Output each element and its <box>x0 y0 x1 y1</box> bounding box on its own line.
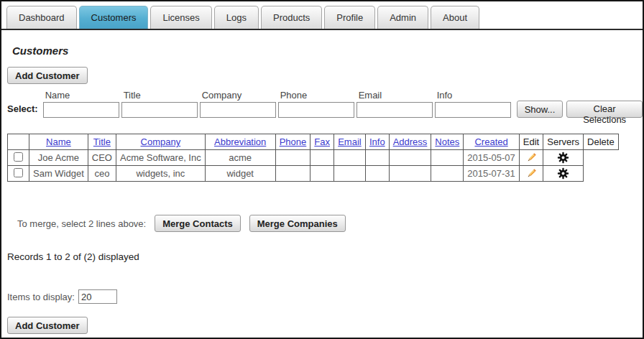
tab-products[interactable]: Products <box>261 6 322 29</box>
cell-servers <box>543 150 584 166</box>
header-company: Company <box>116 134 205 150</box>
row-checkbox-cell <box>8 166 29 182</box>
sort-phone-link[interactable]: Phone <box>280 136 307 147</box>
filter-bar: Select: Name Title Company Phone Email I… <box>7 90 643 118</box>
items-to-display-label: Items to display: <box>7 292 75 302</box>
tab-about[interactable]: About <box>431 6 479 29</box>
tab-profile[interactable]: Profile <box>324 6 375 29</box>
filter-label-company: Company <box>202 90 276 101</box>
cell-abbreviation: widget <box>205 166 275 182</box>
filter-input-email[interactable] <box>356 102 433 118</box>
tab-bar: Dashboard Customers Licenses Logs Produc… <box>1 1 643 30</box>
filter-label-info: Info <box>437 90 511 101</box>
filter-field-company: Company <box>200 90 276 118</box>
filter-label-phone: Phone <box>280 90 354 101</box>
show-button[interactable]: Show... <box>517 101 564 118</box>
app-window: Dashboard Customers Licenses Logs Produc… <box>0 0 644 339</box>
sort-email-link[interactable]: Email <box>338 136 362 147</box>
sort-title-link[interactable]: Title <box>93 136 111 147</box>
cell-phone <box>275 166 310 182</box>
table-header-row: Name Title Company Abbreviation Phone Fa… <box>8 134 619 150</box>
cell-address <box>389 166 431 182</box>
gear-icon[interactable] <box>557 167 569 180</box>
select-label: Select: <box>7 103 38 114</box>
pencil-icon[interactable] <box>525 152 538 164</box>
header-delete: Delete <box>584 134 619 150</box>
cell-abbreviation: acme <box>205 150 275 166</box>
cell-fax <box>310 166 334 182</box>
cell-address <box>389 150 431 166</box>
tab-logs[interactable]: Logs <box>214 6 259 29</box>
header-edit: Edit <box>519 134 543 150</box>
sort-fax-link[interactable]: Fax <box>314 136 330 147</box>
cell-notes <box>431 166 464 182</box>
table-row: Sam Widget ceo widgets, inc widget 2015-… <box>8 166 619 182</box>
header-fax: Fax <box>310 134 334 150</box>
filter-label-title: Title <box>124 90 198 101</box>
tab-customers[interactable]: Customers <box>79 6 149 29</box>
cell-edit <box>519 166 543 182</box>
filter-field-name: Name <box>43 90 119 118</box>
add-customer-button-bottom[interactable]: Add Customer <box>7 317 88 334</box>
sort-company-link[interactable]: Company <box>141 136 181 147</box>
filter-field-phone: Phone <box>278 90 354 118</box>
page-title: Customers <box>12 45 643 57</box>
cell-servers <box>543 166 584 182</box>
cell-delete <box>584 166 619 182</box>
row-checkbox-cell <box>8 150 29 166</box>
sort-notes-link[interactable]: Notes <box>435 136 459 147</box>
merge-section: To merge, select 2 lines above: Merge Co… <box>17 215 643 232</box>
header-address: Address <box>389 134 431 150</box>
cell-name: Sam Widget <box>29 166 88 182</box>
merge-companies-button[interactable]: Merge Companies <box>249 215 346 232</box>
items-to-display: Items to display: <box>7 289 643 304</box>
cell-email <box>334 150 365 166</box>
sort-info-link[interactable]: Info <box>369 136 385 147</box>
cell-phone <box>275 150 310 166</box>
sort-abbreviation-link[interactable]: Abbreviation <box>214 136 266 147</box>
customers-table: Name Title Company Abbreviation Phone Fa… <box>7 134 619 182</box>
cell-title: ceo <box>88 166 116 182</box>
filter-input-phone[interactable] <box>278 102 354 118</box>
header-created: Created <box>464 134 520 150</box>
cell-created: 2015-05-07 <box>464 150 520 166</box>
cell-company: widgets, inc <box>116 166 205 182</box>
tab-licenses[interactable]: Licenses <box>150 6 211 29</box>
header-notes: Notes <box>431 134 464 150</box>
cell-info <box>365 166 389 182</box>
filter-input-name[interactable] <box>43 102 119 118</box>
filter-field-title: Title <box>121 90 198 118</box>
header-title: Title <box>88 134 116 150</box>
cell-fax <box>310 150 334 166</box>
filter-input-info[interactable] <box>435 102 511 118</box>
items-to-display-input[interactable] <box>78 289 117 304</box>
header-info: Info <box>365 134 389 150</box>
cell-title: CEO <box>88 150 116 166</box>
sort-name-link[interactable]: Name <box>46 136 71 147</box>
header-email: Email <box>334 134 365 150</box>
clear-selections-button[interactable]: Clear Selections <box>566 101 643 118</box>
filter-label-name: Name <box>45 90 119 101</box>
cell-company: Acme Software, Inc <box>116 150 205 166</box>
add-customer-button-top[interactable]: Add Customer <box>7 67 88 84</box>
sort-created-link[interactable]: Created <box>474 136 507 147</box>
row-checkbox[interactable] <box>14 168 23 177</box>
cell-name: Joe Acme <box>29 150 88 166</box>
cell-delete <box>584 150 619 166</box>
filter-input-title[interactable] <box>121 102 198 118</box>
merge-contacts-button[interactable]: Merge Contacts <box>155 215 241 232</box>
sort-address-link[interactable]: Address <box>393 136 428 147</box>
records-summary: Records 1 to 2 of (2) displayed <box>7 251 643 262</box>
tab-admin[interactable]: Admin <box>377 6 428 29</box>
cell-email <box>334 166 365 182</box>
gear-icon[interactable] <box>557 152 569 164</box>
header-name: Name <box>29 134 88 150</box>
row-checkbox[interactable] <box>14 152 23 162</box>
pencil-icon[interactable] <box>525 167 538 180</box>
tab-dashboard[interactable]: Dashboard <box>6 6 77 29</box>
cell-edit <box>519 150 543 166</box>
merge-instruction: To merge, select 2 lines above: <box>17 218 146 229</box>
cell-notes <box>431 150 464 166</box>
table-row: Joe Acme CEO Acme Software, Inc acme 201… <box>8 150 619 166</box>
filter-input-company[interactable] <box>200 102 276 118</box>
